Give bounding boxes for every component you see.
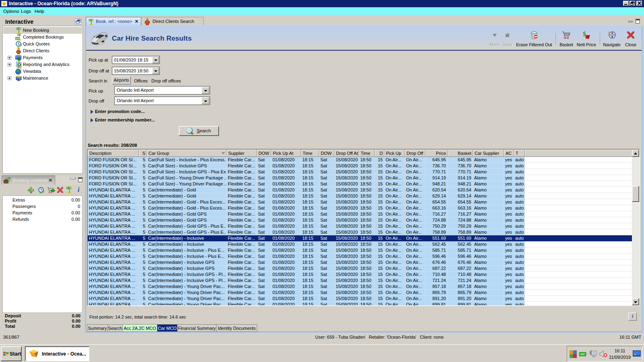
svg-text:$: $ [18, 56, 21, 61]
svg-text:$: $ [583, 31, 586, 37]
